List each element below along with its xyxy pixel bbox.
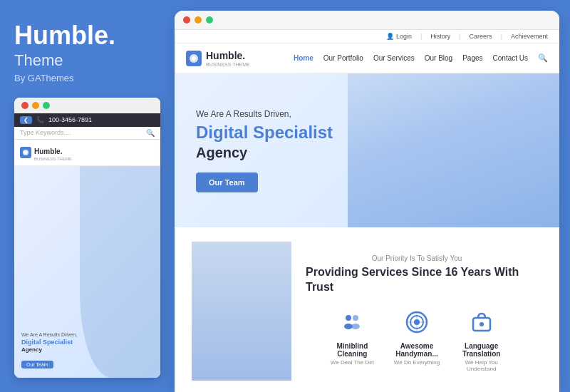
left-panel: Humble. Theme By GAThemes ❮ 📞 100-3456-7…: [0, 0, 175, 392]
mini-logo-bar: Humble. BUSINESS THEME: [14, 140, 160, 166]
hero-tagline: We Are A Results Driven,: [196, 109, 333, 119]
nav-links: Home Our Portfolio Our Services Our Blog…: [294, 53, 548, 63]
mini-search-bar: Type Keywords.... 🔍: [14, 127, 160, 140]
mini-logo: Humble. BUSINESS THEME: [20, 144, 155, 161]
people-icon: [339, 309, 365, 335]
preview-nav: Humble. BUSINESS THEME Home Our Portfoli…: [175, 43, 559, 73]
nav-home[interactable]: Home: [294, 54, 314, 62]
mini-preview-card: ❮ 📞 100-3456-7891 Type Keywords.... 🔍 Hu…: [14, 98, 160, 378]
bag-icon: [469, 309, 494, 335]
services-title-text: Providing Services Since 16 Years With T…: [306, 266, 519, 293]
mini-phone-number: 100-3456-7891: [48, 116, 92, 123]
svg-point-14: [480, 322, 484, 326]
nav-logo-name: Humble.: [206, 50, 245, 61]
topbar-history[interactable]: History: [430, 33, 450, 40]
hero-section: We Are A Results Driven, Digital Special…: [175, 73, 559, 227]
topbar-login[interactable]: 👤 Login: [386, 33, 412, 40]
services-grid: Miniblind Cleaning We Deal The Dirt: [306, 306, 528, 372]
nav-blog[interactable]: Our Blog: [425, 54, 452, 62]
browser-dot-green: [206, 16, 213, 24]
service-name-3: Language Translation: [456, 342, 507, 358]
target-icon: [404, 309, 430, 335]
services-person-bg: [192, 242, 291, 381]
mini-search-placeholder: Type Keywords....: [20, 129, 146, 136]
services-content: Our Priority Is To Satisfy You Providing…: [291, 242, 542, 381]
mini-topbar: ❮ 📞 100-3456-7891: [14, 113, 160, 127]
mini-search-icon[interactable]: 🔍: [146, 129, 155, 137]
browser-dot-yellow: [195, 16, 202, 24]
dot-red: [21, 102, 28, 109]
dot-yellow: [32, 102, 39, 109]
theme-subtitle: Theme: [14, 51, 160, 70]
topbar-careers[interactable]: Careers: [470, 33, 492, 40]
service-icon-2: [401, 306, 432, 338]
theme-name-text: Humble: [14, 21, 108, 50]
nav-services[interactable]: Our Services: [373, 54, 415, 62]
browser-dot-red: [183, 16, 190, 24]
mini-logo-svg: [22, 149, 29, 156]
nav-logo-sub: BUSINESS THEME: [206, 62, 250, 67]
mini-hero: We Are A Results Driven, Digital Special…: [14, 166, 160, 378]
nav-logo-icon: [186, 51, 202, 66]
svg-point-5: [353, 315, 358, 321]
topbar-achievement[interactable]: Achievement: [511, 33, 548, 40]
mini-logo-text-block: Humble. BUSINESS THEME: [34, 144, 72, 161]
nav-search-icon[interactable]: 🔍: [538, 53, 548, 63]
mini-hero-tagline: We Are A Results Driven,: [21, 332, 153, 337]
nav-contact[interactable]: Contact Us: [493, 54, 528, 62]
svg-point-4: [346, 315, 351, 321]
theme-author: By GAThemes: [14, 73, 160, 83]
mini-hero-content: We Are A Results Driven, Digital Special…: [21, 332, 153, 369]
service-card-3: Language Translation We Help You Underst…: [456, 306, 507, 372]
service-icon-1: [336, 306, 368, 338]
hero-button[interactable]: Our Team: [196, 172, 258, 192]
dot-green: [43, 102, 50, 109]
mini-phone-icon: 📞: [36, 116, 44, 123]
nav-logo-text-block: Humble. BUSINESS THEME: [206, 49, 250, 67]
service-name-2: Awesome Handyman...: [392, 342, 442, 358]
divider-3: |: [501, 33, 502, 40]
svg-point-1: [24, 151, 27, 154]
mini-share-button[interactable]: ❮: [20, 116, 32, 124]
services-subtitle: Our Priority Is To Satisfy You: [306, 254, 528, 262]
svg-point-3: [192, 56, 196, 61]
browser-bar: [175, 11, 559, 30]
service-card-1: Miniblind Cleaning We Deal The Dirt: [327, 306, 378, 372]
theme-title: Humble.: [14, 21, 160, 50]
nav-portfolio[interactable]: Our Portfolio: [323, 54, 363, 62]
svg-point-7: [351, 324, 360, 329]
mini-titlebar: [14, 98, 160, 113]
service-desc-3: We Help You Understand: [456, 359, 507, 372]
services-title: Providing Services Since 16 Years With T…: [306, 265, 528, 295]
hero-heading: Digital Specialist: [196, 123, 333, 142]
mini-logo-sub: BUSINESS THEME: [34, 157, 72, 161]
service-desc-1: We Deal The Dirt: [327, 359, 378, 366]
mini-hero-heading: Digital Specialist: [21, 339, 153, 346]
services-layout: Our Priority Is To Satisfy You Providing…: [192, 242, 542, 381]
right-panel: 👤 Login | History | Careers | Achievemen…: [175, 11, 559, 392]
hero-content: We Are A Results Driven, Digital Special…: [175, 88, 354, 214]
service-icon-3: [466, 306, 497, 338]
theme-dot: .: [108, 21, 115, 50]
mini-logo-name: Humble.: [34, 148, 62, 155]
service-name-1: Miniblind Cleaning: [327, 342, 378, 358]
service-card-2: Awesome Handyman... We Do Everything: [392, 306, 442, 372]
login-label: Login: [396, 33, 412, 40]
login-icon: 👤: [386, 33, 394, 40]
nav-logo: Humble. BUSINESS THEME: [186, 49, 250, 67]
divider-1: |: [420, 33, 422, 40]
hero-person-bg: [348, 73, 559, 227]
hero-subheading: Agency: [196, 145, 333, 161]
preview-topbar: 👤 Login | History | Careers | Achievemen…: [175, 30, 559, 43]
mini-logo-icon: [20, 147, 31, 158]
mini-hero-button[interactable]: Our Team: [21, 361, 53, 368]
mini-hero-sub: Agency: [21, 346, 153, 353]
services-section: Our Priority Is To Satisfy You Providing…: [175, 227, 559, 392]
service-desc-2: We Do Everything: [392, 359, 442, 366]
nav-logo-svg: [189, 53, 199, 63]
theme-info: Humble. Theme By GAThemes: [14, 21, 160, 83]
services-person-image: [192, 242, 291, 381]
divider-2: |: [459, 33, 460, 40]
nav-pages[interactable]: Pages: [462, 54, 482, 62]
